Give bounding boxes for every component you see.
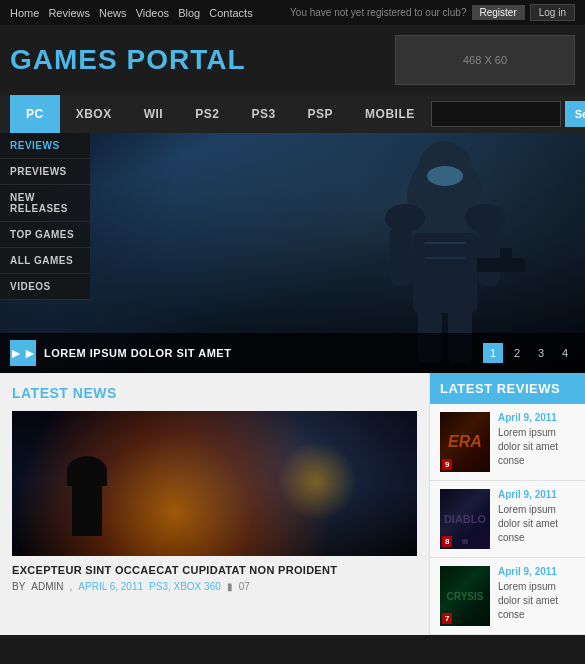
tab-xbox360[interactable]: XBOX 360 (60, 95, 128, 133)
news-article-title: EXCEPTEUR SINT OCCAECAT CUPIDATAT NON PR… (12, 564, 417, 576)
review-item-2: DIABLO III 8 April 9, 2011 Lorem ipsum d… (430, 481, 585, 558)
news-author-label: BY (12, 581, 25, 592)
review-text-1: Lorem ipsum dolor sit amet conse (498, 426, 575, 468)
auth-message: You have not yet registered to our club? (290, 7, 466, 18)
reviews-title-prefix: LATEST (440, 381, 493, 396)
review-info-2: April 9, 2011 Lorem ipsum dolor sit amet… (498, 489, 575, 549)
hero-caption-text: LOREM IPSUM DOLOR SIT AMET (44, 347, 231, 359)
hero-section: REVIEWS PREVIEWS NEW RELEASES TOP GAMES … (0, 133, 585, 373)
tab-psp[interactable]: PSP (292, 95, 350, 133)
svg-point-2 (427, 166, 463, 186)
review-thumb-3: CRYSIS 7 (440, 566, 490, 626)
news-comments-count: 07 (239, 581, 250, 592)
review-score-1: 9 (442, 459, 452, 470)
tab-mobile[interactable]: Mobile (349, 95, 431, 133)
news-image (12, 411, 417, 556)
header: GAMES PORTAL 468 X 60 (0, 25, 585, 95)
platform-nav: PC XBOX 360 WII PS2 PS3 PSP Mobile Searc… (0, 95, 585, 133)
hero-caption-left: ►► LOREM IPSUM DOLOR SIT AMET (10, 340, 231, 366)
login-button[interactable]: Log in (530, 4, 575, 21)
tab-wii[interactable]: WII (128, 95, 180, 133)
sidebar-previews[interactable]: PREVIEWS (0, 159, 90, 185)
tab-ps2[interactable]: PS2 (179, 95, 235, 133)
sidebar-all-games[interactable]: ALL GAMES (0, 248, 90, 274)
hero-pagination: 1 2 3 4 (483, 343, 575, 363)
below-fold: LATEST NEWS EXCEPTEUR SINT OCCAECAT CUPI… (0, 373, 585, 635)
review-item-1: ERA 9 April 9, 2011 Lorem ipsum dolor si… (430, 404, 585, 481)
hero-slider: REVIEWS PREVIEWS NEW RELEASES TOP GAMES … (0, 133, 585, 373)
news-tags[interactable]: PS3, XBOX 360 (149, 581, 221, 592)
ad-banner: 468 X 60 (395, 35, 575, 85)
page-3[interactable]: 3 (531, 343, 551, 363)
nav-home[interactable]: Home (10, 7, 39, 19)
page-1[interactable]: 1 (483, 343, 503, 363)
review-date-3: April 9, 2011 (498, 566, 575, 577)
review-text-3: Lorem ipsum dolor sit amet conse (498, 580, 575, 622)
nav-contacts[interactable]: Contacts (209, 7, 252, 19)
reviews-header: LATEST REVIEWS (430, 373, 585, 404)
review-date-1: April 9, 2011 (498, 412, 575, 423)
svg-rect-7 (475, 258, 525, 272)
svg-rect-8 (500, 248, 512, 258)
latest-news-prefix: LATEST (12, 385, 68, 401)
nav-blog[interactable]: Blog (178, 7, 200, 19)
review-thumb-2: DIABLO III 8 (440, 489, 490, 549)
page-2[interactable]: 2 (507, 343, 527, 363)
sidebar-reviews[interactable]: REVIEWS (0, 133, 90, 159)
svg-rect-6 (478, 226, 500, 286)
top-right: You have not yet registered to our club?… (290, 4, 575, 21)
latest-reviews: LATEST REVIEWS ERA 9 April 9, 2011 Lorem… (430, 373, 585, 635)
review-text-2: Lorem ipsum dolor sit amet conse (498, 503, 575, 545)
reviews-title-suffix: REVIEWS (497, 381, 560, 396)
page-4[interactable]: 4 (555, 343, 575, 363)
logo-main: GAMES (10, 44, 118, 75)
nav-videos[interactable]: Videos (136, 7, 169, 19)
review-info-3: April 9, 2011 Lorem ipsum dolor sit amet… (498, 566, 575, 626)
latest-news-title: LATEST NEWS (12, 385, 417, 401)
logo: GAMES PORTAL (10, 44, 246, 76)
platform-tabs: PC XBOX 360 WII PS2 PS3 PSP Mobile (10, 95, 431, 133)
review-info-1: April 9, 2011 Lorem ipsum dolor sit amet… (498, 412, 575, 472)
latest-news: LATEST NEWS EXCEPTEUR SINT OCCAECAT CUPI… (0, 373, 430, 635)
latest-news-suffix: NEWS (73, 385, 117, 401)
logo-sub: PORTAL (126, 44, 245, 75)
ad-text: 468 X 60 (463, 54, 507, 66)
top-nav: Home Reviews News Videos Blog Contacts (10, 7, 259, 19)
search-input[interactable] (431, 101, 561, 127)
news-date: APRIL 6, 2011 (78, 581, 143, 592)
news-image-inner (12, 411, 417, 556)
sidebar-nav: REVIEWS PREVIEWS NEW RELEASES TOP GAMES … (0, 133, 90, 300)
comment-icon: ▮ (227, 581, 233, 592)
tab-pc[interactable]: PC (10, 95, 60, 133)
nav-news[interactable]: News (99, 7, 127, 19)
news-author: ADMIN (31, 581, 63, 592)
news-meta-sep: , (70, 581, 73, 592)
top-bar: Home Reviews News Videos Blog Contacts Y… (0, 0, 585, 25)
review-thumb-1: ERA 9 (440, 412, 490, 472)
search-button[interactable]: Search (565, 101, 585, 127)
sidebar-videos[interactable]: VIDEOS (0, 274, 90, 300)
sidebar-new-releases[interactable]: NEW RELEASES (0, 185, 90, 222)
review-score-2: 8 (442, 536, 452, 547)
tab-ps3[interactable]: PS3 (235, 95, 291, 133)
review-date-2: April 9, 2011 (498, 489, 575, 500)
hero-wrapper: REVIEWS PREVIEWS NEW RELEASES TOP GAMES … (0, 133, 585, 373)
review-score-3: 7 (442, 613, 452, 624)
nav-reviews[interactable]: Reviews (48, 7, 90, 19)
news-meta: BY ADMIN , APRIL 6, 2011 PS3, XBOX 360 ▮… (12, 581, 417, 592)
svg-rect-9 (413, 233, 477, 313)
search-box: Search (431, 101, 585, 127)
sidebar-top-games[interactable]: TOP GAMES (0, 222, 90, 248)
hero-caption-bar: ►► LOREM IPSUM DOLOR SIT AMET 1 2 3 4 (0, 333, 585, 373)
hero-play-icon: ►► (10, 340, 36, 366)
review-item-3: CRYSIS 7 April 9, 2011 Lorem ipsum dolor… (430, 558, 585, 635)
svg-rect-5 (390, 226, 412, 286)
register-button[interactable]: Register (472, 5, 525, 20)
